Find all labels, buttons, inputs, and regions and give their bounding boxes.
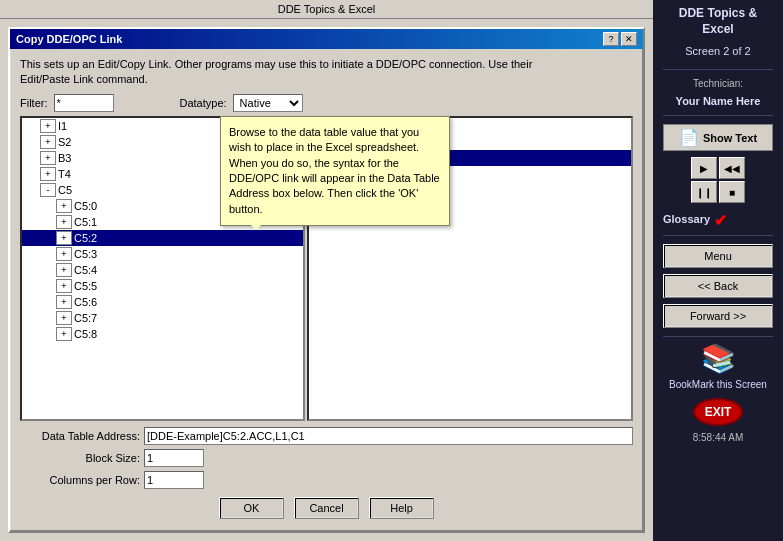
technician-name: Your Name Here bbox=[676, 95, 761, 107]
tree-expander-C5-5[interactable]: + bbox=[56, 279, 72, 293]
tree-item[interactable]: + C5:4 bbox=[22, 262, 303, 278]
sidebar-screen-label: Screen 2 of 2 bbox=[685, 45, 750, 57]
dialog-help-button[interactable]: ? bbox=[603, 32, 619, 46]
tree-expander-C5-0[interactable]: + bbox=[56, 199, 72, 213]
tree-item[interactable]: + C5:3 bbox=[22, 246, 303, 262]
filter-row: Filter: Datatype: Native Integer Float bbox=[20, 94, 633, 112]
blocksize-row: Block Size: bbox=[20, 449, 633, 467]
blocksize-label: Block Size: bbox=[20, 452, 140, 464]
glossary-row: Glossary ✔ bbox=[663, 211, 773, 227]
blocksize-input[interactable] bbox=[144, 449, 204, 467]
menu-button[interactable]: Menu bbox=[663, 244, 773, 268]
sidebar-divider-2 bbox=[663, 115, 773, 116]
window-title-bar: DDE Topics & Excel bbox=[0, 0, 653, 19]
bookmark-icon: 📚 bbox=[701, 345, 736, 373]
time-display: 8:58:44 AM bbox=[693, 432, 744, 443]
tree-expander-I1[interactable]: + bbox=[40, 119, 56, 133]
tree-expander-S2[interactable]: + bbox=[40, 135, 56, 149]
tooltip-text: Browse to the data table value that you … bbox=[229, 126, 440, 215]
tree-expander-B3[interactable]: + bbox=[40, 151, 56, 165]
glossary-checkmark-icon: ✔ bbox=[714, 211, 730, 227]
tree-expander-C5-2[interactable]: + bbox=[56, 231, 72, 245]
bookmark-label: BookMark this Screen bbox=[669, 379, 767, 390]
tree-item[interactable]: + C5:6 bbox=[22, 294, 303, 310]
tree-expander-C5-4[interactable]: + bbox=[56, 263, 72, 277]
glossary-label: Glossary bbox=[663, 213, 710, 225]
exit-button[interactable]: EXIT bbox=[693, 398, 743, 426]
dialog-titlebar: Copy DDE/OPC Link ? ✕ bbox=[10, 29, 643, 49]
address-input[interactable] bbox=[144, 427, 633, 445]
dialog-title: Copy DDE/OPC Link bbox=[16, 33, 122, 45]
show-text-label: Show Text bbox=[703, 132, 757, 144]
colsperrow-row: Columns per Row: bbox=[20, 471, 633, 489]
play-button[interactable]: ▶ bbox=[691, 157, 717, 179]
datatype-label: Datatype: bbox=[180, 97, 227, 109]
tree-expander-C5[interactable]: - bbox=[40, 183, 56, 197]
filter-label: Filter: bbox=[20, 97, 48, 109]
tree-expander-C5-7[interactable]: + bbox=[56, 311, 72, 325]
media-row-bottom: ❙❙ ■ bbox=[663, 181, 773, 203]
back-button[interactable]: << Back bbox=[663, 274, 773, 298]
document-icon: 📄 bbox=[679, 128, 699, 147]
window-title: DDE Topics & Excel bbox=[278, 3, 376, 15]
cancel-button[interactable]: Cancel bbox=[294, 497, 359, 519]
sidebar-divider-3 bbox=[663, 235, 773, 236]
tree-item[interactable]: + C5:8 bbox=[22, 326, 303, 342]
pause-button[interactable]: ❙❙ bbox=[691, 181, 717, 203]
tree-item[interactable]: + C5:7 bbox=[22, 310, 303, 326]
filter-input[interactable] bbox=[54, 94, 114, 112]
tree-item[interactable]: + C5:5 bbox=[22, 278, 303, 294]
show-text-button[interactable]: 📄 Show Text bbox=[663, 124, 773, 151]
forward-button[interactable]: Forward >> bbox=[663, 304, 773, 328]
rewind-button[interactable]: ◀◀ bbox=[719, 157, 745, 179]
buttons-row: OK Cancel Help bbox=[20, 497, 633, 519]
ok-button[interactable]: OK bbox=[219, 497, 284, 519]
address-label: Data Table Address: bbox=[20, 430, 140, 442]
colsperrow-input[interactable] bbox=[144, 471, 204, 489]
stop-button[interactable]: ■ bbox=[719, 181, 745, 203]
dialog-content: This sets up an Edit/Copy Link. Other pr… bbox=[10, 49, 643, 531]
sidebar-title: DDE Topics &Excel bbox=[679, 6, 757, 37]
technician-label: Technician: bbox=[693, 78, 743, 89]
dialog-description: This sets up an Edit/Copy Link. Other pr… bbox=[20, 57, 633, 88]
bottom-form: Data Table Address: Block Size: Columns … bbox=[20, 427, 633, 489]
dialog-title-buttons: ? ✕ bbox=[603, 32, 637, 46]
tree-expander-C5-8[interactable]: + bbox=[56, 327, 72, 341]
media-row-top: ▶ ◀◀ bbox=[663, 157, 773, 179]
datatype-select[interactable]: Native Integer Float bbox=[233, 94, 303, 112]
tree-expander-C5-1[interactable]: + bbox=[56, 215, 72, 229]
sidebar-divider-4 bbox=[663, 336, 773, 337]
tooltip-bubble: Browse to the data table value that you … bbox=[220, 116, 450, 226]
tree-expander-C5-3[interactable]: + bbox=[56, 247, 72, 261]
media-controls: ▶ ◀◀ ❙❙ ■ bbox=[663, 157, 773, 203]
dialog-box: Copy DDE/OPC Link ? ✕ This sets up an Ed… bbox=[8, 27, 645, 533]
tree-expander-C5-6[interactable]: + bbox=[56, 295, 72, 309]
dialog-close-button[interactable]: ✕ bbox=[621, 32, 637, 46]
right-sidebar: DDE Topics &Excel Screen 2 of 2 Technici… bbox=[653, 0, 783, 541]
dialog-desc-line2: Edit/Paste Link command. bbox=[20, 73, 148, 85]
help-button[interactable]: Help bbox=[369, 497, 434, 519]
sidebar-divider-1 bbox=[663, 69, 773, 70]
dialog-desc-line1: This sets up an Edit/Copy Link. Other pr… bbox=[20, 58, 532, 70]
tree-expander-T4[interactable]: + bbox=[40, 167, 56, 181]
address-row: Data Table Address: bbox=[20, 427, 633, 445]
panels-row: + I1 + S2 + B3 bbox=[20, 116, 633, 421]
colsperrow-label: Columns per Row: bbox=[20, 474, 140, 486]
